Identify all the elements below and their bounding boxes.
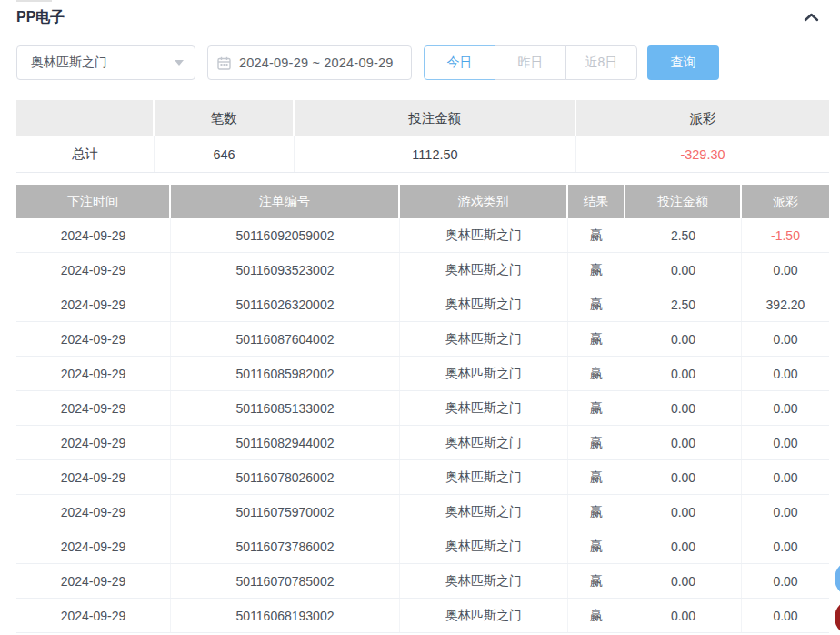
summary-bet-amount-value: 1112.50 bbox=[295, 136, 576, 172]
page-title: PP电子 bbox=[16, 8, 65, 27]
chevron-up-icon bbox=[804, 12, 819, 23]
order-number-cell: 50116070785002 bbox=[171, 564, 400, 598]
bet-time-cell: 2024-09-29 bbox=[16, 495, 171, 529]
payout-cell: 0.00 bbox=[742, 599, 829, 632]
table-row: 2024-09-2950116026320002奥林匹斯之门赢2.50392.2… bbox=[16, 287, 829, 322]
bet-amount-cell: 0.00 bbox=[625, 564, 742, 598]
filter-toolbar: 奥林匹斯之门 2024-09-29 ~ 2024-09-29 今日 昨日 近8日… bbox=[0, 45, 840, 80]
date-range-picker[interactable]: 2024-09-29 ~ 2024-09-29 bbox=[207, 45, 412, 80]
records-table: 下注时间 注单编号 游戏类别 结果 投注金额 派彩 2024-09-295011… bbox=[16, 185, 829, 633]
result-cell: 赢 bbox=[568, 599, 625, 632]
table-row: 2024-09-2950116087604002奥林匹斯之门赢0.000.00 bbox=[16, 322, 829, 357]
game-select[interactable]: 奥林匹斯之门 bbox=[16, 45, 195, 80]
header-payout: 派彩 bbox=[742, 185, 829, 218]
chevron-down-icon bbox=[175, 60, 184, 66]
table-row: 2024-09-2950116085982002奥林匹斯之门赢0.000.00 bbox=[16, 357, 829, 391]
bet-amount-cell: 0.00 bbox=[625, 599, 742, 632]
game-category-cell: 奥林匹斯之门 bbox=[400, 218, 568, 252]
result-cell: 赢 bbox=[568, 426, 625, 459]
game-category-cell: 奥林匹斯之门 bbox=[400, 253, 568, 287]
yesterday-button[interactable]: 昨日 bbox=[495, 45, 566, 80]
header-game-category: 游戏类别 bbox=[400, 185, 568, 218]
summary-header-count: 笔数 bbox=[155, 100, 295, 136]
payout-cell: 0.00 bbox=[742, 495, 829, 529]
table-row: 2024-09-2950116085133002奥林匹斯之门赢0.000.00 bbox=[16, 391, 829, 426]
result-cell: 赢 bbox=[568, 287, 625, 321]
date-range-value: 2024-09-29 ~ 2024-09-29 bbox=[239, 55, 393, 70]
result-cell: 赢 bbox=[568, 529, 625, 563]
bet-time-cell: 2024-09-29 bbox=[16, 426, 171, 459]
collapse-panel-button[interactable] bbox=[801, 8, 821, 26]
bet-amount-cell: 0.00 bbox=[625, 529, 742, 563]
result-cell: 赢 bbox=[568, 253, 625, 287]
bet-amount-cell: 2.50 bbox=[625, 218, 742, 252]
records-table-header: 下注时间 注单编号 游戏类别 结果 投注金额 派彩 bbox=[16, 185, 829, 218]
order-number-cell: 50116082944002 bbox=[171, 426, 400, 459]
payout-cell: 0.00 bbox=[742, 391, 829, 425]
table-row: 2024-09-2950116070785002奥林匹斯之门赢0.000.00 bbox=[16, 564, 829, 599]
quick-date-button-group: 今日 昨日 近8日 bbox=[424, 45, 637, 80]
payout-cell: -1.50 bbox=[742, 218, 829, 252]
result-cell: 赢 bbox=[568, 391, 625, 425]
game-category-cell: 奥林匹斯之门 bbox=[400, 460, 568, 494]
order-number-cell: 50116092059002 bbox=[171, 218, 400, 252]
bet-time-cell: 2024-09-29 bbox=[16, 357, 171, 390]
today-button[interactable]: 今日 bbox=[424, 45, 495, 80]
game-category-cell: 奥林匹斯之门 bbox=[400, 564, 568, 598]
bet-time-cell: 2024-09-29 bbox=[16, 529, 171, 563]
summary-header-blank bbox=[16, 100, 155, 136]
bet-time-cell: 2024-09-29 bbox=[16, 460, 171, 494]
bet-amount-cell: 0.00 bbox=[625, 391, 742, 425]
order-number-cell: 50116078026002 bbox=[171, 460, 400, 494]
table-row: 2024-09-2950116075970002奥林匹斯之门赢0.000.00 bbox=[16, 495, 829, 529]
header-result: 结果 bbox=[568, 185, 625, 218]
header-order-number: 注单编号 bbox=[171, 185, 400, 218]
payout-cell: 392.20 bbox=[742, 287, 829, 321]
payout-cell: 0.00 bbox=[742, 357, 829, 390]
game-category-cell: 奥林匹斯之门 bbox=[400, 495, 568, 529]
game-category-cell: 奥林匹斯之门 bbox=[400, 287, 568, 321]
summary-total-row: 总计 646 1112.50 -329.30 bbox=[16, 136, 829, 173]
bet-time-cell: 2024-09-29 bbox=[16, 322, 171, 356]
order-number-cell: 50116085982002 bbox=[171, 357, 400, 390]
summary-header-bet-amount: 投注金额 bbox=[295, 100, 576, 136]
game-category-cell: 奥林匹斯之门 bbox=[400, 391, 568, 425]
clipped-element-edge bbox=[16, 0, 52, 2]
order-number-cell: 50116087604002 bbox=[171, 322, 400, 356]
summary-total-label: 总计 bbox=[16, 136, 155, 172]
game-category-cell: 奥林匹斯之门 bbox=[400, 426, 568, 459]
payout-cell: 0.00 bbox=[742, 426, 829, 459]
bet-time-cell: 2024-09-29 bbox=[16, 599, 171, 632]
summary-payout-value: -329.30 bbox=[576, 136, 829, 172]
bet-time-cell: 2024-09-29 bbox=[16, 253, 171, 287]
calendar-icon bbox=[217, 56, 231, 70]
summary-count-value: 646 bbox=[155, 136, 295, 172]
result-cell: 赢 bbox=[568, 357, 625, 390]
floating-action-button[interactable] bbox=[835, 600, 840, 635]
bet-time-cell: 2024-09-29 bbox=[16, 287, 171, 321]
bet-amount-cell: 0.00 bbox=[625, 253, 742, 287]
summary-header-payout: 派彩 bbox=[576, 100, 829, 136]
result-cell: 赢 bbox=[568, 460, 625, 494]
result-cell: 赢 bbox=[568, 322, 625, 356]
table-row: 2024-09-2950116078026002奥林匹斯之门赢0.000.00 bbox=[16, 460, 829, 495]
bet-amount-cell: 0.00 bbox=[625, 495, 742, 529]
bet-amount-cell: 0.00 bbox=[625, 426, 742, 459]
header-bet-amount: 投注金额 bbox=[625, 185, 742, 218]
game-category-cell: 奥林匹斯之门 bbox=[400, 529, 568, 563]
bet-amount-cell: 2.50 bbox=[625, 287, 742, 321]
order-number-cell: 50116085133002 bbox=[171, 391, 400, 425]
search-button[interactable]: 查询 bbox=[647, 45, 719, 80]
summary-table: 笔数 投注金额 派彩 总计 646 1112.50 -329.30 bbox=[16, 100, 829, 173]
last-8-days-button[interactable]: 近8日 bbox=[565, 45, 637, 80]
order-number-cell: 50116075970002 bbox=[171, 495, 400, 529]
summary-table-header: 笔数 投注金额 派彩 bbox=[16, 100, 829, 136]
result-cell: 赢 bbox=[568, 495, 625, 529]
table-row: 2024-09-2950116082944002奥林匹斯之门赢0.000.00 bbox=[16, 426, 829, 460]
table-row: 2024-09-2950116093523002奥林匹斯之门赢0.000.00 bbox=[16, 253, 829, 287]
payout-cell: 0.00 bbox=[742, 564, 829, 598]
floating-service-button[interactable] bbox=[835, 560, 840, 597]
game-category-cell: 奥林匹斯之门 bbox=[400, 322, 568, 356]
order-number-cell: 50116073786002 bbox=[171, 529, 400, 563]
bet-amount-cell: 0.00 bbox=[625, 357, 742, 390]
